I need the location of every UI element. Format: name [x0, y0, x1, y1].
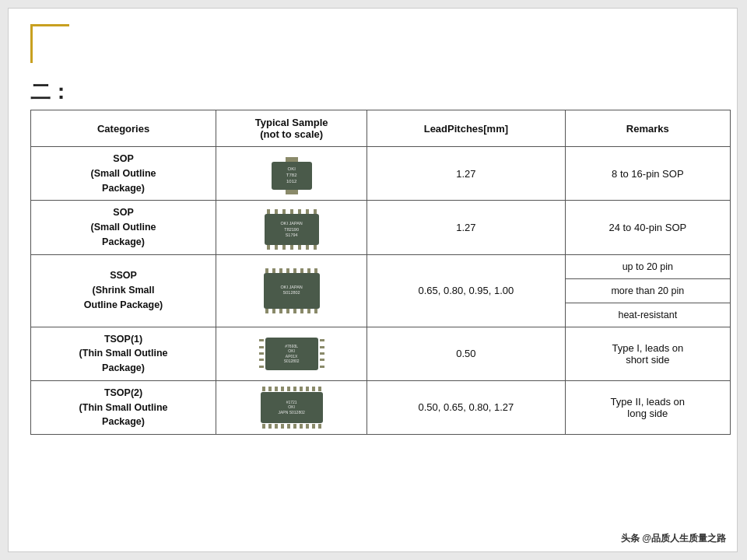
lead: [300, 268, 303, 273]
category-cell-sop-large: SOP(Small OutlinePackage): [31, 201, 216, 254]
lead: [275, 424, 278, 429]
category-cell-ssop: SSOP(Shrink SmallOutline Package): [31, 254, 216, 327]
sample-cell-sop-large: OKI JAPANT82190S1794: [216, 201, 367, 254]
lead: [268, 424, 272, 429]
lead: [272, 268, 275, 273]
chip-diagram-tsop2: #1721OKIJAPN S012802: [219, 387, 363, 429]
corner-bracket-decoration: [30, 24, 69, 63]
lead: [259, 366, 264, 368]
lead: [275, 387, 278, 391]
lead: [259, 352, 264, 355]
lead: [262, 387, 265, 391]
lead: [279, 268, 282, 273]
remarks-cell-sop-large: 24 to 40-pin SOP: [565, 201, 730, 254]
lead: [312, 424, 315, 429]
content-card: 二： Categories Typical Sample(not to scal…: [8, 8, 738, 552]
col-header-categories: Categories: [31, 110, 216, 147]
leadpitch-cell-sop-large: 1.27: [367, 201, 565, 254]
col-header-remarks: Remarks: [565, 110, 730, 147]
lead: [272, 309, 275, 313]
lead: [306, 387, 309, 391]
remarks-sub-ssop: up to 20 pin more than 20 pin heat-resis…: [566, 255, 730, 327]
lead: [306, 245, 309, 250]
sample-cell-ssop: OKI JAPANS012802: [216, 254, 367, 327]
lead: [320, 359, 324, 361]
lead: [307, 268, 310, 273]
remarks-cell-ssop: up to 20 pin more than 20 pin heat-resis…: [565, 254, 730, 327]
sample-cell-tsop2: #1721OKIJAPN S012802: [216, 380, 367, 434]
remarks-sub-item: up to 20 pin: [566, 255, 730, 279]
remarks-cell-tsop2: Type II, leads onlong side: [565, 380, 730, 434]
lead: [279, 309, 282, 313]
lead: [320, 339, 324, 341]
lead: [287, 424, 290, 429]
lead: [290, 245, 293, 250]
lead: [281, 424, 284, 429]
lead: [286, 309, 289, 313]
table-row: TSOP(2)(Thin Small OutlinePackage): [31, 380, 731, 434]
lead: [314, 309, 317, 313]
lead: [314, 245, 317, 250]
category-cell-sop-small: SOP(Small OutlinePackage): [31, 147, 216, 201]
chip-diagram-sop-small: OKIT7821012: [272, 157, 312, 194]
table-row: SOP(Small OutlinePackage): [31, 201, 731, 254]
lead: [259, 339, 264, 341]
leadpitch-cell-sop-small: 1.27: [367, 147, 565, 201]
chip-label: OKIT7821012: [286, 166, 297, 184]
chip-label: OKI JAPANT82190S1794: [280, 222, 302, 238]
lead: [314, 268, 317, 273]
leadpitch-cell-tsop2: 0.50, 0.65, 0.80, 1.27: [367, 380, 565, 434]
lead: [300, 387, 303, 391]
lead: [293, 268, 296, 273]
sample-cell-sop-small: OKIT7821012: [216, 147, 367, 201]
lead: [318, 424, 321, 429]
lead: [307, 309, 310, 313]
lead: [287, 387, 290, 391]
lead: [300, 309, 303, 313]
lead: [320, 346, 324, 348]
category-cell-tsop2: TSOP(2)(Thin Small OutlinePackage): [31, 380, 216, 434]
lead: [293, 309, 296, 313]
lead: [300, 424, 303, 429]
remarks-cell-sop-small: 8 to 16-pin SOP: [565, 147, 730, 201]
sample-cell-tsop1: #7693LOKIAP01XS012802: [216, 327, 367, 380]
lead: [306, 424, 309, 429]
col-header-sample: Typical Sample(not to scale): [216, 110, 367, 147]
leadpitch-cell-tsop1: 0.50: [367, 327, 565, 380]
chip-diagram-ssop: OKI JAPANS012802: [219, 268, 363, 313]
lead: [268, 387, 272, 391]
col-header-leadpitch: LeadPitches[mm]: [367, 110, 565, 147]
chip-diagram-tsop1: #7693LOKIAP01XS012802: [219, 338, 363, 370]
main-table-container: Categories Typical Sample(not to scale) …: [30, 110, 731, 435]
remarks-cell-tsop1: Type I, leads onshort side: [565, 327, 730, 380]
chip-diagram-sop-large: OKI JAPANT82190S1794: [265, 209, 319, 250]
lead: [318, 387, 321, 391]
remarks-sub-item: more than 20 pin: [566, 279, 730, 303]
lead: [293, 424, 296, 429]
lead: [293, 387, 296, 391]
table-row: SOP(Small OutlinePackage): [31, 147, 731, 201]
lead: [320, 366, 324, 368]
footer-text: 头条 @品质人生质量之路: [621, 533, 726, 544]
chip-label: #7693LOKIAP01XS012802: [284, 344, 300, 364]
chip-label: OKI JAPANS012802: [280, 285, 302, 296]
lead: [281, 387, 284, 391]
lead: [320, 352, 324, 355]
lead: [259, 359, 264, 361]
lead: [286, 268, 289, 273]
lead: [275, 245, 278, 250]
footer-bar: 头条 @品质人生质量之路: [621, 532, 726, 545]
lead: [295, 190, 298, 194]
lead: [267, 245, 270, 250]
chip-label: #1721OKIJAPN S012802: [279, 400, 305, 415]
table-row: TSOP(1)(Thin Small OutlinePackage): [31, 327, 731, 380]
lead: [265, 309, 268, 313]
lead: [312, 387, 315, 391]
table-header-row: Categories Typical Sample(not to scale) …: [31, 110, 731, 147]
packages-table: Categories Typical Sample(not to scale) …: [30, 110, 731, 435]
lead: [282, 245, 286, 250]
category-cell-tsop1: TSOP(1)(Thin Small OutlinePackage): [31, 327, 216, 380]
leadpitch-cell-ssop: 0.65, 0.80, 0.95, 1.00: [367, 254, 565, 327]
lead: [262, 424, 265, 429]
table-row: SSOP(Shrink SmallOutline Package): [31, 254, 731, 327]
